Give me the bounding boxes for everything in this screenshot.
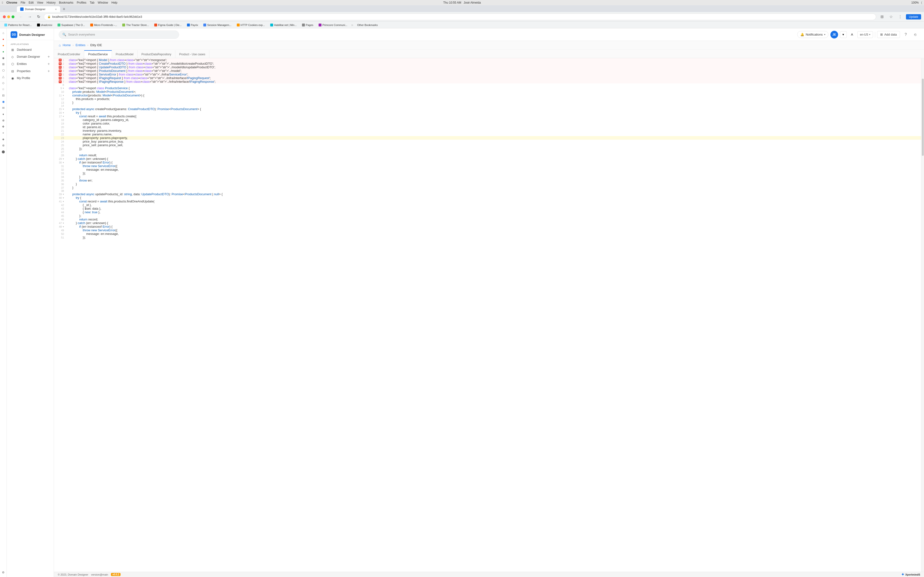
sidebar-item-dashboard[interactable]: ⊞ Dashboard — [7, 47, 54, 53]
extensions-icon[interactable]: ⊞ — [878, 13, 886, 21]
tab-product-data-repository[interactable]: ProductDataRepository — [137, 50, 175, 58]
icon-bar-item-14[interactable]: ◈ — [1, 137, 6, 142]
bookmark-pages[interactable]: Pages — [300, 23, 315, 27]
tab-product-controller[interactable]: ProductController — [54, 50, 84, 58]
icon-bar-item-5[interactable]: ◇ — [1, 80, 6, 85]
view-menu[interactable]: View — [37, 1, 43, 4]
fold-icon[interactable]: ▾ — [63, 111, 64, 114]
bookmark-other[interactable]: Other Bookmarks — [355, 23, 380, 27]
icon-bar-item-10[interactable]: ♦ — [1, 111, 6, 117]
icon-bar-orange[interactable]: ● — [1, 43, 6, 48]
forward-button[interactable]: → — [26, 13, 33, 20]
profiles-menu[interactable]: Profiles — [77, 1, 86, 4]
icon-bar-item-2[interactable]: ⊞ — [1, 61, 6, 67]
bookmark-shadcn[interactable]: shadcn/ui — [35, 23, 54, 27]
icon-bar-item-3[interactable]: ⬡ — [1, 68, 6, 73]
browser-settings-icon[interactable]: ⋮ — [897, 13, 904, 21]
maximize-window-button[interactable] — [11, 15, 15, 18]
sidebar-item-entities[interactable]: ⬡ Entities + — [7, 60, 54, 68]
breadcrumb-entities[interactable]: Entities — [76, 44, 86, 47]
sidebar-item-domain-designer[interactable]: ◇ Domain Designer + — [7, 53, 54, 60]
icon-bar-item-4[interactable]: △ — [1, 74, 6, 79]
active-browser-tab[interactable]: Domain Designer × — [17, 6, 60, 12]
icon-bar-item-13[interactable]: ⌖ — [1, 130, 6, 135]
icon-bar-settings[interactable]: ⚙ — [1, 570, 6, 575]
fold-icon[interactable]: ▾ — [63, 200, 64, 203]
sidebar-item-properties[interactable]: ⊟ Properties + — [7, 68, 54, 75]
notifications-button[interactable]: 🔔 Notifications ▾ — [797, 31, 829, 38]
tab-product-model[interactable]: ProductModel — [112, 50, 137, 58]
bookmark-primcore[interactable]: Primcore Communi... — [317, 23, 349, 27]
bookmark-http[interactable]: HTTP Cookies exp... — [235, 23, 267, 27]
bookmark-supabase[interactable]: Supabase | The O... — [56, 23, 87, 27]
icon-bar-green[interactable]: ● — [1, 49, 6, 54]
bookmark-payrix[interactable]: Payrix — [185, 23, 200, 27]
icon-bar-item-12[interactable]: ❖ — [1, 124, 6, 129]
code-editor[interactable]: ✕1class="kw2">import { Model } from clas… — [54, 58, 921, 572]
logout-button[interactable]: ⎋ — [911, 31, 919, 39]
fold-icon[interactable]: ▾ — [63, 197, 64, 199]
language-selector[interactable]: en-US ▾ — [857, 31, 873, 38]
icon-bar-item-7[interactable]: ⊟ — [1, 93, 6, 98]
bookmark-patterns[interactable]: Patterns for React... — [2, 23, 34, 27]
add-entity-button[interactable]: + — [48, 62, 50, 66]
window-menu[interactable]: Window — [98, 1, 108, 4]
tab-menu[interactable]: Tab — [90, 1, 94, 4]
bookmark-tractor[interactable]: The Tractor Store... — [120, 23, 151, 27]
bookmark-figma[interactable]: Figma Guide | Die... — [152, 23, 184, 27]
add-data-button[interactable]: ⊞ Add data — [877, 31, 900, 38]
new-tab-button[interactable]: + — [61, 6, 67, 12]
avatar-dropdown-button[interactable]: ▾ — [840, 31, 847, 38]
help-button[interactable]: ? — [902, 31, 909, 39]
icon-bar-home[interactable]: ⌂ — [1, 30, 6, 35]
icon-bar-item-8[interactable]: ◉ — [1, 99, 6, 104]
icon-bar-item-9[interactable]: ✉ — [1, 105, 6, 111]
add-domain-designer-button[interactable]: + — [48, 55, 50, 59]
history-menu[interactable]: History — [47, 1, 56, 4]
chrome-menu[interactable]: Chrome — [6, 1, 17, 4]
file-menu[interactable]: File — [21, 1, 25, 4]
code-line-content: protected async updateProducts(_id: stri… — [66, 192, 921, 196]
fold-icon[interactable]: ▾ — [63, 94, 64, 97]
bookmark-star-icon[interactable]: ☆ — [887, 13, 895, 21]
fold-icon[interactable]: ▾ — [63, 193, 64, 195]
add-property-button[interactable]: + — [48, 69, 50, 73]
close-window-button[interactable] — [3, 15, 6, 18]
fold-icon[interactable]: ▾ — [63, 115, 64, 118]
icon-bar-item-16[interactable]: ⬤ — [1, 149, 6, 154]
tab-product-service[interactable]: ProductService — [84, 50, 111, 58]
sidebar-item-my-profile[interactable]: ◉ My Profile — [7, 75, 54, 82]
bookmarks-menu[interactable]: Bookmarks — [59, 1, 73, 4]
apple-menu[interactable]:  — [2, 1, 3, 4]
fold-icon[interactable]: ▾ — [63, 161, 64, 164]
help-menu[interactable]: Help — [111, 1, 118, 4]
update-button[interactable]: Update — [906, 14, 921, 19]
translate-icon[interactable]: A — [849, 31, 855, 38]
icon-bar-item-6[interactable]: ☆ — [1, 87, 6, 92]
fold-icon[interactable]: ▾ — [63, 158, 64, 160]
tab-product-use-cases[interactable]: Product - Use cases — [175, 50, 209, 58]
bookmark-habilitar[interactable]: Habilitar.net | Min... — [268, 23, 299, 27]
bookmark-micro[interactable]: Micro Frontends -... — [88, 23, 119, 27]
edit-menu[interactable]: Edit — [29, 1, 34, 4]
fold-icon[interactable]: ▾ — [63, 222, 64, 224]
address-bar[interactable]: 🔒 localhost:5173/entities/coder/b1bc02a6… — [44, 13, 876, 20]
tab-close-button[interactable]: × — [55, 8, 57, 11]
user-avatar-button[interactable]: JE — [830, 31, 838, 39]
icon-bar-item-15[interactable]: ⊛ — [1, 143, 6, 148]
scroll-thumb[interactable] — [922, 79, 924, 156]
reload-button[interactable]: ↻ — [35, 13, 42, 20]
icon-bar-red[interactable]: ● — [1, 37, 6, 42]
search-bar[interactable]: 🔍 Search everywhere — [59, 31, 179, 39]
minimize-window-button[interactable] — [7, 15, 10, 18]
fold-icon[interactable]: ▾ — [63, 226, 64, 228]
bookmark-session[interactable]: Session Managem... — [201, 23, 233, 27]
fold-icon[interactable]: ▾ — [63, 108, 64, 110]
breadcrumb-home[interactable]: Home — [63, 44, 71, 47]
fold-icon[interactable]: ▾ — [63, 87, 64, 89]
icon-bar-item-1[interactable]: ◉ — [1, 55, 6, 61]
icon-bar-item-11[interactable]: ⊕ — [1, 118, 6, 123]
back-button[interactable]: ← — [18, 13, 24, 20]
bookmarks-more[interactable]: » — [351, 23, 353, 27]
scrollbar[interactable] — [921, 58, 924, 572]
